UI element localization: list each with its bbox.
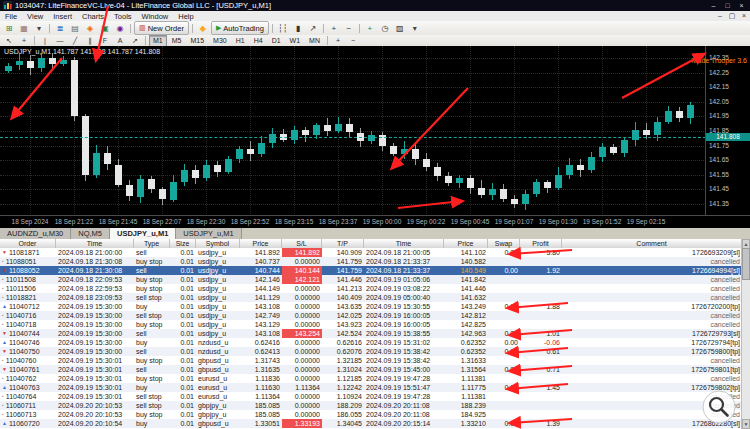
column-header-comment[interactable]: Comment: [562, 239, 742, 248]
column-header-profit[interactable]: Profit: [520, 239, 562, 248]
new-order-button[interactable]: ▥New Order: [134, 21, 189, 35]
navigator-icon[interactable]: ◈: [83, 22, 97, 34]
column-header-open_time[interactable]: Time: [56, 239, 134, 248]
crosshair-icon[interactable]: +: [17, 36, 31, 46]
column-header-tp[interactable]: T/P: [322, 239, 364, 248]
history-row[interactable]: ▼110407502024.09.19 15:30:00sell0.01nzdu…: [0, 347, 742, 356]
zoom-in-icon[interactable]: +: [327, 22, 341, 34]
scroll-down-icon[interactable]: ▼: [742, 419, 750, 429]
column-header-price[interactable]: Price: [240, 239, 282, 248]
maximize-button[interactable]: □: [722, 1, 733, 11]
strategy-tester-icon[interactable]: ◉: [113, 22, 127, 34]
timeframe-mn[interactable]: MN: [305, 35, 324, 47]
history-row[interactable]: ▲110407462024.09.19 15:30:00buy0.01nzdus…: [0, 338, 742, 347]
chart-tab-audnzd-u-m30[interactable]: AUDNZD_u,M30: [0, 228, 71, 239]
chart-area[interactable]: 142.35142.25142.15142.05141.95141.85141.…: [0, 46, 750, 228]
history-row[interactable]: ▪110407162024.09.19 15:30:00sell stop0.0…: [0, 311, 742, 320]
metaeditor-icon[interactable]: ◆: [196, 22, 210, 34]
zoom-out-icon[interactable]: −: [342, 22, 356, 34]
trendline-icon[interactable]: ╱: [68, 36, 82, 46]
fibonacci-icon[interactable]: F: [98, 36, 112, 46]
timeframe-h4[interactable]: H4: [250, 35, 267, 47]
timeframe-h1[interactable]: H1: [232, 35, 249, 47]
grid-line-horizontal: [0, 102, 706, 103]
data-window-icon[interactable]: ▤: [68, 22, 82, 34]
history-row[interactable]: ▪110407182024.09.19 15:30:00buy stop0.01…: [0, 320, 742, 329]
history-row[interactable]: ▲110607202024.09.20 20:10:54buy0.01gbpus…: [0, 419, 742, 428]
column-header-close_price[interactable]: Price: [444, 239, 488, 248]
timeframe-m15[interactable]: M15: [186, 35, 208, 47]
grid-line-vertical: [514, 46, 515, 216]
chart-minimize-button[interactable]: –: [714, 12, 726, 20]
timeframe-m30[interactable]: M30: [209, 35, 231, 47]
menu-window[interactable]: Window: [137, 11, 174, 21]
chart-tab-nq-m5[interactable]: NQ,M5: [71, 228, 110, 239]
chevron-down-icon[interactable]: ▾: [408, 22, 422, 34]
timeframe-d1[interactable]: D1: [268, 35, 285, 47]
column-header-symbol[interactable]: Symbol: [196, 239, 240, 248]
history-row[interactable]: ▲110407122024.09.19 15:30:00buy0.01usdjp…: [0, 302, 742, 311]
history-row[interactable]: ▲110407632024.09.19 15:30:01buy0.01eurus…: [0, 383, 742, 392]
history-row[interactable]: ▪110407622024.09.19 15:30:01buy stop0.01…: [0, 374, 742, 383]
chart-close-button[interactable]: ×: [738, 12, 750, 20]
timeframe-m5[interactable]: M5: [168, 35, 186, 47]
history-row[interactable]: ▪110607132024.09.20 20:10:53buy stop0.01…: [0, 410, 742, 419]
market-watch-icon[interactable]: ≣: [53, 22, 67, 34]
menu-file[interactable]: File: [0, 11, 22, 21]
candlestick-chart-icon[interactable]: ▮: [291, 22, 305, 34]
timeframe-m1[interactable]: M1: [149, 35, 167, 47]
line-chart-icon[interactable]: ↗: [306, 22, 320, 34]
indicators-icon[interactable]: +: [363, 22, 377, 34]
menu-view[interactable]: View: [22, 11, 48, 21]
history-row[interactable]: ▪110115082024.09.18 22:09:53buy stop0.01…: [0, 275, 742, 284]
zoom-in-icon[interactable]: +: [331, 36, 345, 46]
autotrading-button[interactable]: ▶AutoTrading: [211, 21, 269, 35]
timeframe-w1[interactable]: W1: [286, 35, 305, 47]
history-row[interactable]: ▼110407612024.09.19 15:30:01sell0.01gbpu…: [0, 365, 742, 374]
table-scrollbar[interactable]: ▲ ▼: [741, 239, 750, 429]
cursor-icon[interactable]: ↖: [2, 36, 16, 46]
column-header-size[interactable]: Size: [170, 239, 196, 248]
column-header-sl[interactable]: S/L: [282, 239, 322, 248]
cell-tp: 1.32185: [322, 356, 364, 365]
minimize-button[interactable]: –: [708, 1, 719, 11]
history-row[interactable]: ▼110407442024.09.19 15:30:00sell0.01usdj…: [0, 329, 742, 338]
history-row[interactable]: ▼110818712024.09.18 21:00:00sell0.01usdj…: [0, 248, 742, 257]
history-row[interactable]: ▼110880522024.09.18 21:30:08sell0.01usdj…: [0, 266, 742, 275]
bar-chart-icon[interactable]: ┆┆: [276, 22, 290, 34]
menu-help[interactable]: Help: [173, 11, 198, 21]
chevron-down-icon[interactable]: ▾: [32, 22, 46, 34]
history-row[interactable]: ▪110188212024.09.18 23:09:53sell stop0.0…: [0, 293, 742, 302]
zoom-out-icon[interactable]: −: [346, 36, 360, 46]
channel-icon[interactable]: ∥: [83, 36, 97, 46]
zoom-overlay-button[interactable]: [701, 389, 737, 425]
history-row[interactable]: ▪110880512024.09.18 21:30:08buy stop0.01…: [0, 257, 742, 266]
column-header-close_time[interactable]: Time: [364, 239, 444, 248]
order-number: 11011508: [6, 276, 36, 283]
profiles-icon[interactable]: ▦: [17, 22, 31, 34]
history-row[interactable]: ▪110607112024.09.20 20:10:53sell stop0.0…: [0, 401, 742, 410]
horizontal-line-icon[interactable]: —: [53, 36, 67, 46]
column-header-swap[interactable]: Swap: [488, 239, 520, 248]
chart-tab-usdjpy-u-m1[interactable]: USDJPY_u,M1: [110, 228, 176, 239]
chart-restore-button[interactable]: ▢: [726, 12, 738, 20]
text-icon[interactable]: A: [113, 36, 127, 46]
terminal-icon[interactable]: ▣: [98, 22, 112, 34]
chart-plot[interactable]: [0, 46, 706, 216]
new-chart-icon[interactable]: ⊞: [2, 22, 16, 34]
chart-tab-usdjpy-u-m1[interactable]: USDJPY_u,M1: [176, 228, 241, 239]
periods-icon[interactable]: ◷: [378, 22, 392, 34]
column-header-order[interactable]: Order: [0, 239, 56, 248]
scrollbar-thumb[interactable]: [742, 248, 750, 280]
vertical-line-icon[interactable]: |: [38, 36, 52, 46]
history-row[interactable]: ▪110115062024.09.18 22:59:53buy stop0.01…: [0, 284, 742, 293]
menu-insert[interactable]: Insert: [48, 11, 77, 21]
close-button[interactable]: ×: [736, 1, 747, 11]
column-header-type[interactable]: Type: [134, 239, 170, 248]
history-row[interactable]: ▪110407602024.09.19 15:30:01buy stop0.01…: [0, 356, 742, 365]
menu-tools[interactable]: Tools: [109, 11, 137, 21]
templates-icon[interactable]: ▨: [393, 22, 407, 34]
history-row[interactable]: ▪110407642024.09.19 15:30:01sell stop0.0…: [0, 392, 742, 401]
arrows-icon[interactable]: ↗: [128, 36, 142, 46]
menu-charts[interactable]: Charts: [77, 11, 109, 21]
